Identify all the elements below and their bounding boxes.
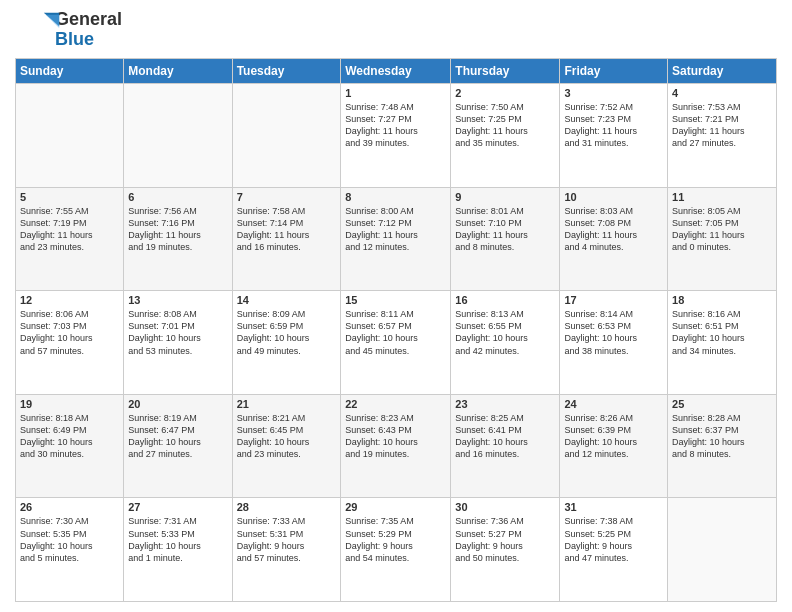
day-number: 18	[672, 294, 772, 306]
table-row	[668, 498, 777, 602]
day-number: 25	[672, 398, 772, 410]
calendar-week-row: 26Sunrise: 7:30 AM Sunset: 5:35 PM Dayli…	[16, 498, 777, 602]
calendar-header-row: Sunday Monday Tuesday Wednesday Thursday…	[16, 59, 777, 84]
day-number: 5	[20, 191, 119, 203]
day-info: Sunrise: 8:25 AM Sunset: 6:41 PM Dayligh…	[455, 412, 555, 461]
logo-general: General	[55, 9, 122, 29]
calendar-week-row: 12Sunrise: 8:06 AM Sunset: 7:03 PM Dayli…	[16, 291, 777, 395]
day-number: 9	[455, 191, 555, 203]
calendar-week-row: 5Sunrise: 7:55 AM Sunset: 7:19 PM Daylig…	[16, 187, 777, 291]
day-info: Sunrise: 8:18 AM Sunset: 6:49 PM Dayligh…	[20, 412, 119, 461]
day-info: Sunrise: 8:05 AM Sunset: 7:05 PM Dayligh…	[672, 205, 772, 254]
col-saturday: Saturday	[668, 59, 777, 84]
day-number: 3	[564, 87, 663, 99]
day-number: 8	[345, 191, 446, 203]
day-info: Sunrise: 8:01 AM Sunset: 7:10 PM Dayligh…	[455, 205, 555, 254]
day-info: Sunrise: 7:35 AM Sunset: 5:29 PM Dayligh…	[345, 515, 446, 564]
day-number: 21	[237, 398, 337, 410]
table-row	[232, 84, 341, 188]
day-info: Sunrise: 8:11 AM Sunset: 6:57 PM Dayligh…	[345, 308, 446, 357]
col-monday: Monday	[124, 59, 232, 84]
day-number: 19	[20, 398, 119, 410]
day-info: Sunrise: 8:14 AM Sunset: 6:53 PM Dayligh…	[564, 308, 663, 357]
day-info: Sunrise: 7:50 AM Sunset: 7:25 PM Dayligh…	[455, 101, 555, 150]
table-row: 21Sunrise: 8:21 AM Sunset: 6:45 PM Dayli…	[232, 394, 341, 498]
day-number: 23	[455, 398, 555, 410]
day-info: Sunrise: 7:52 AM Sunset: 7:23 PM Dayligh…	[564, 101, 663, 150]
day-number: 10	[564, 191, 663, 203]
day-number: 11	[672, 191, 772, 203]
day-number: 20	[128, 398, 227, 410]
calendar-week-row: 19Sunrise: 8:18 AM Sunset: 6:49 PM Dayli…	[16, 394, 777, 498]
table-row: 29Sunrise: 7:35 AM Sunset: 5:29 PM Dayli…	[341, 498, 451, 602]
table-row: 17Sunrise: 8:14 AM Sunset: 6:53 PM Dayli…	[560, 291, 668, 395]
day-info: Sunrise: 8:06 AM Sunset: 7:03 PM Dayligh…	[20, 308, 119, 357]
svg-marker-1	[46, 15, 59, 28]
day-info: Sunrise: 8:26 AM Sunset: 6:39 PM Dayligh…	[564, 412, 663, 461]
day-info: Sunrise: 7:55 AM Sunset: 7:19 PM Dayligh…	[20, 205, 119, 254]
col-wednesday: Wednesday	[341, 59, 451, 84]
day-info: Sunrise: 8:08 AM Sunset: 7:01 PM Dayligh…	[128, 308, 227, 357]
table-row: 10Sunrise: 8:03 AM Sunset: 7:08 PM Dayli…	[560, 187, 668, 291]
day-number: 28	[237, 501, 337, 513]
table-row: 11Sunrise: 8:05 AM Sunset: 7:05 PM Dayli…	[668, 187, 777, 291]
day-number: 22	[345, 398, 446, 410]
day-info: Sunrise: 7:48 AM Sunset: 7:27 PM Dayligh…	[345, 101, 446, 150]
col-friday: Friday	[560, 59, 668, 84]
day-info: Sunrise: 7:36 AM Sunset: 5:27 PM Dayligh…	[455, 515, 555, 564]
table-row: 18Sunrise: 8:16 AM Sunset: 6:51 PM Dayli…	[668, 291, 777, 395]
table-row: 28Sunrise: 7:33 AM Sunset: 5:31 PM Dayli…	[232, 498, 341, 602]
page: General Blue Sunday Monday Tuesday Wedne…	[0, 0, 792, 612]
table-row: 12Sunrise: 8:06 AM Sunset: 7:03 PM Dayli…	[16, 291, 124, 395]
day-number: 27	[128, 501, 227, 513]
day-info: Sunrise: 8:13 AM Sunset: 6:55 PM Dayligh…	[455, 308, 555, 357]
day-info: Sunrise: 8:16 AM Sunset: 6:51 PM Dayligh…	[672, 308, 772, 357]
logo: General Blue	[15, 10, 122, 50]
table-row	[16, 84, 124, 188]
day-info: Sunrise: 8:23 AM Sunset: 6:43 PM Dayligh…	[345, 412, 446, 461]
table-row	[124, 84, 232, 188]
day-info: Sunrise: 8:21 AM Sunset: 6:45 PM Dayligh…	[237, 412, 337, 461]
day-number: 6	[128, 191, 227, 203]
day-info: Sunrise: 7:53 AM Sunset: 7:21 PM Dayligh…	[672, 101, 772, 150]
table-row: 3Sunrise: 7:52 AM Sunset: 7:23 PM Daylig…	[560, 84, 668, 188]
day-number: 1	[345, 87, 446, 99]
day-info: Sunrise: 7:56 AM Sunset: 7:16 PM Dayligh…	[128, 205, 227, 254]
table-row: 6Sunrise: 7:56 AM Sunset: 7:16 PM Daylig…	[124, 187, 232, 291]
table-row: 20Sunrise: 8:19 AM Sunset: 6:47 PM Dayli…	[124, 394, 232, 498]
table-row: 1Sunrise: 7:48 AM Sunset: 7:27 PM Daylig…	[341, 84, 451, 188]
table-row: 2Sunrise: 7:50 AM Sunset: 7:25 PM Daylig…	[451, 84, 560, 188]
col-tuesday: Tuesday	[232, 59, 341, 84]
table-row: 25Sunrise: 8:28 AM Sunset: 6:37 PM Dayli…	[668, 394, 777, 498]
calendar-week-row: 1Sunrise: 7:48 AM Sunset: 7:27 PM Daylig…	[16, 84, 777, 188]
day-number: 31	[564, 501, 663, 513]
day-number: 2	[455, 87, 555, 99]
day-info: Sunrise: 7:31 AM Sunset: 5:33 PM Dayligh…	[128, 515, 227, 564]
day-info: Sunrise: 8:19 AM Sunset: 6:47 PM Dayligh…	[128, 412, 227, 461]
day-info: Sunrise: 7:58 AM Sunset: 7:14 PM Dayligh…	[237, 205, 337, 254]
day-number: 7	[237, 191, 337, 203]
day-number: 29	[345, 501, 446, 513]
day-info: Sunrise: 7:33 AM Sunset: 5:31 PM Dayligh…	[237, 515, 337, 564]
table-row: 5Sunrise: 7:55 AM Sunset: 7:19 PM Daylig…	[16, 187, 124, 291]
day-number: 24	[564, 398, 663, 410]
day-number: 16	[455, 294, 555, 306]
table-row: 23Sunrise: 8:25 AM Sunset: 6:41 PM Dayli…	[451, 394, 560, 498]
table-row: 7Sunrise: 7:58 AM Sunset: 7:14 PM Daylig…	[232, 187, 341, 291]
day-number: 26	[20, 501, 119, 513]
table-row: 16Sunrise: 8:13 AM Sunset: 6:55 PM Dayli…	[451, 291, 560, 395]
table-row: 15Sunrise: 8:11 AM Sunset: 6:57 PM Dayli…	[341, 291, 451, 395]
day-number: 13	[128, 294, 227, 306]
calendar-table: Sunday Monday Tuesday Wednesday Thursday…	[15, 58, 777, 602]
day-info: Sunrise: 8:28 AM Sunset: 6:37 PM Dayligh…	[672, 412, 772, 461]
day-number: 4	[672, 87, 772, 99]
day-info: Sunrise: 7:30 AM Sunset: 5:35 PM Dayligh…	[20, 515, 119, 564]
table-row: 27Sunrise: 7:31 AM Sunset: 5:33 PM Dayli…	[124, 498, 232, 602]
day-info: Sunrise: 7:38 AM Sunset: 5:25 PM Dayligh…	[564, 515, 663, 564]
day-number: 12	[20, 294, 119, 306]
table-row: 14Sunrise: 8:09 AM Sunset: 6:59 PM Dayli…	[232, 291, 341, 395]
table-row: 24Sunrise: 8:26 AM Sunset: 6:39 PM Dayli…	[560, 394, 668, 498]
table-row: 4Sunrise: 7:53 AM Sunset: 7:21 PM Daylig…	[668, 84, 777, 188]
day-number: 14	[237, 294, 337, 306]
table-row: 22Sunrise: 8:23 AM Sunset: 6:43 PM Dayli…	[341, 394, 451, 498]
